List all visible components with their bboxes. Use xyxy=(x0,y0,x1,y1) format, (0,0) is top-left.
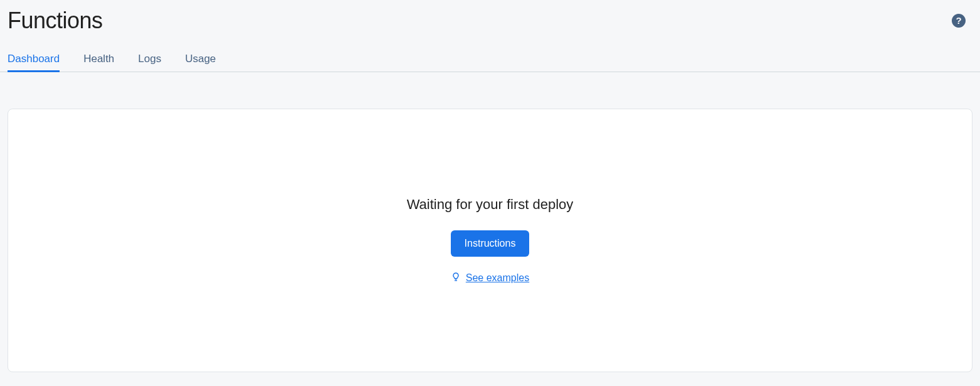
lightbulb-icon xyxy=(451,272,461,284)
see-examples-link-wrap: See examples xyxy=(451,272,529,284)
tabs-bar: Dashboard Health Logs Usage xyxy=(0,48,980,72)
help-icon[interactable]: ? xyxy=(950,12,967,29)
see-examples-link[interactable]: See examples xyxy=(466,272,529,284)
tab-usage[interactable]: Usage xyxy=(185,48,216,72)
instructions-button[interactable]: Instructions xyxy=(451,230,530,257)
empty-state-heading: Waiting for your first deploy xyxy=(407,196,574,213)
tab-health[interactable]: Health xyxy=(83,48,114,72)
empty-state-card: Waiting for your first deploy Instructio… xyxy=(8,109,972,372)
tab-logs[interactable]: Logs xyxy=(138,48,161,72)
svg-text:?: ? xyxy=(956,15,961,26)
tab-dashboard[interactable]: Dashboard xyxy=(8,48,60,72)
page-title: Functions xyxy=(8,8,103,34)
page-header: Functions ? xyxy=(0,0,980,34)
